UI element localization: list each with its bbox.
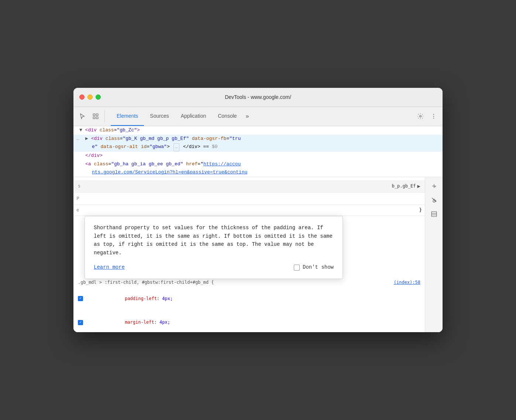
- breadcrumb-prefix: s: [78, 183, 80, 189]
- breadcrumb-expand-icon[interactable]: ▶: [417, 182, 420, 191]
- tools-label: e: [76, 206, 79, 214]
- css-panel: s b_p.gb_Ef ▶ P e }: [73, 177, 425, 332]
- more-options-icon[interactable]: [428, 110, 440, 122]
- css-margin-left: margin-left: 4px;: [87, 311, 170, 332]
- css-checkbox-margin[interactable]: [78, 320, 83, 325]
- add-style-button[interactable]: [428, 180, 440, 192]
- tab-console[interactable]: Console: [212, 107, 242, 126]
- css-source-1[interactable]: (index):58: [394, 279, 420, 287]
- svg-rect-3: [96, 117, 98, 119]
- html-line-2: … ▶ <div class="gb_K gb_md gb_p gb_Ef" d…: [73, 135, 443, 143]
- svg-point-6: [433, 116, 434, 117]
- css-rule-margin-left: margin-left: 4px;: [73, 311, 425, 332]
- svg-point-4: [420, 116, 422, 117]
- tab-elements[interactable]: Elements: [111, 107, 144, 126]
- html-panel: ▼ <div class="gb_Zc"> … ▶ <div class="gb…: [73, 126, 443, 178]
- css-selector-row-1: .gb_mdl > :first-child, #gbstw:first-chi…: [73, 279, 425, 287]
- title-bar: DevTools - www.google.com/: [73, 88, 443, 107]
- tooltip-popup: Shorthand property to set values for the…: [85, 216, 343, 279]
- svg-line-10: [434, 187, 436, 187]
- html-line-5: <a class="gb_ha gb_ia gb_ee gb_ed" href=…: [73, 160, 443, 169]
- more-tabs-button[interactable]: »: [243, 113, 252, 120]
- svg-rect-2: [96, 114, 98, 116]
- close-button[interactable]: [79, 94, 85, 100]
- devtools-content: ▼ <div class="gb_Zc"> … ▶ <div class="gb…: [73, 126, 443, 333]
- svg-rect-11: [431, 212, 437, 217]
- tab-separator: [104, 110, 105, 122]
- layout-icon[interactable]: [428, 208, 440, 220]
- tab-bar-right-icons: [414, 110, 440, 122]
- css-rule-padding-left: padding-left: 4px;: [73, 287, 425, 311]
- html-line-4: </div>: [73, 152, 443, 160]
- breadcrumb-right: b_p.gb_Ef ▶: [392, 182, 420, 191]
- tooltip-footer: Learn more Don't show: [94, 263, 334, 272]
- dont-show-section: Don't show: [294, 263, 334, 272]
- devtools-window: DevTools - www.google.com/ Elements: [73, 88, 443, 333]
- traffic-lights: [79, 94, 101, 100]
- dont-show-checkbox[interactable]: [294, 265, 300, 271]
- breadcrumb-area: s: [78, 182, 80, 190]
- close-brace: }: [419, 206, 422, 214]
- html-line-1: ▼ <div class="gb_Zc">: [73, 126, 443, 135]
- dont-show-label: Don't show: [303, 263, 334, 272]
- svg-point-5: [433, 114, 434, 115]
- inspect-icon[interactable]: [90, 110, 102, 122]
- tools-row: e }: [73, 205, 425, 216]
- bottom-section: s b_p.gb_Ef ▶ P e }: [73, 177, 443, 332]
- cursor-icon[interactable]: [76, 110, 88, 122]
- html-line-6: nts.google.com/ServiceLogin?hl=en&passiv…: [73, 168, 443, 177]
- tab-sources[interactable]: Sources: [144, 107, 175, 126]
- svg-point-7: [433, 118, 434, 118]
- svg-rect-1: [93, 117, 95, 119]
- ellipsis-badge[interactable]: …: [173, 143, 180, 151]
- breadcrumb-selector: b_p.gb_Ef: [392, 182, 416, 190]
- right-tools-panel: [425, 177, 443, 332]
- dots-icon: …: [76, 135, 79, 143]
- tab-bar-icons: [76, 110, 106, 122]
- tools-right: }: [419, 206, 422, 214]
- css-checkbox-padding[interactable]: [78, 296, 83, 301]
- paint-bucket-icon[interactable]: [428, 194, 440, 206]
- window-title: DevTools - www.google.com/: [225, 94, 291, 100]
- css-padding-left: padding-left: 4px;: [87, 287, 173, 311]
- css-selector-1-text: .gb_mdl > :first-child, #gbstw:first-chi…: [78, 279, 214, 287]
- html-line-3: e" data-ogsr-alt id="gbwa"> … </div> == …: [73, 143, 443, 152]
- learn-more-link[interactable]: Learn more: [94, 263, 125, 272]
- svg-rect-0: [93, 114, 95, 116]
- tooltip-description: Shorthand property to set values for the…: [94, 224, 334, 257]
- tab-bar: Elements Sources Application Console »: [73, 107, 443, 126]
- settings-icon[interactable]: [414, 110, 426, 122]
- minimize-button[interactable]: [87, 94, 93, 100]
- filter-bar: P: [73, 193, 425, 204]
- filter-label: P: [76, 194, 79, 203]
- tab-application[interactable]: Application: [175, 107, 212, 126]
- maximize-button[interactable]: [96, 94, 101, 100]
